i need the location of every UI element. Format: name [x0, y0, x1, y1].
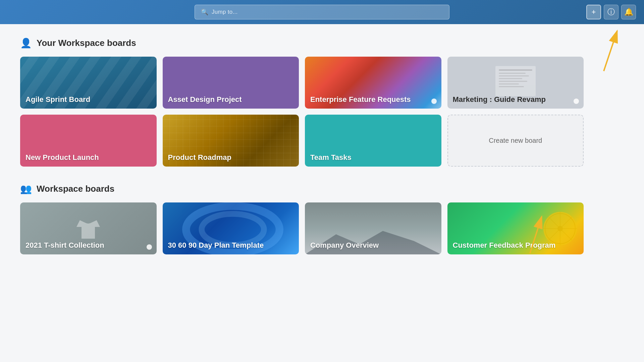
board-card-product-roadmap[interactable]: Product Roadmap [163, 115, 299, 167]
board-card-title: 2021 T-shirt Collection [20, 236, 157, 254]
card-status-dot [574, 99, 579, 104]
board-card-tshirt[interactable]: 2021 T-shirt Collection [20, 202, 157, 254]
workspace-board-grid: Agile Sprint Board Asset Design Project … [20, 57, 584, 167]
board-card-title: 30 60 90 Day Plan Template [163, 236, 299, 254]
search-icon: 🔍 [201, 8, 208, 16]
workspace-icon: 👤 [20, 38, 32, 49]
board-card-title: Customer Feedback Program [447, 236, 584, 254]
card-status-dot [147, 244, 152, 250]
board-card-marketing-guide[interactable]: Marketing : Guide Revamp [447, 57, 584, 109]
main-content: 👤 Your Workspace boards Agile Sprint Boa… [0, 24, 604, 285]
header-actions: + ⓘ 🔔 [586, 5, 636, 19]
bell-icon: 🔔 [624, 8, 633, 16]
plus-icon: + [592, 8, 596, 16]
svg-rect-6 [499, 78, 522, 79]
workspace-boards-grid: 2021 T-shirt Collection 30 60 90 Day Pla… [20, 202, 584, 254]
add-button[interactable]: + [586, 5, 601, 19]
board-card-enterprise-feature[interactable]: Enterprise Feature Requests [305, 57, 441, 109]
board-card-title: Marketing : Guide Revamp [447, 90, 584, 109]
svg-rect-9 [499, 86, 524, 87]
card-status-dot [431, 99, 437, 104]
create-board-label: Create new board [489, 137, 542, 144]
workspace-section-heading: 👤 Your Workspace boards [20, 38, 584, 49]
workspace-boards-icon: 👥 [20, 183, 32, 194]
board-card-asset-design[interactable]: Asset Design Project [163, 57, 299, 109]
info-icon: ⓘ [607, 7, 615, 17]
board-card-new-product[interactable]: New Product Launch [20, 115, 157, 167]
board-card-title: Asset Design Project [163, 90, 299, 109]
workspace-boards-heading: 👥 Workspace boards [20, 183, 584, 194]
board-card-title: Agile Sprint Board [20, 90, 157, 109]
svg-rect-8 [499, 83, 519, 84]
svg-rect-5 [499, 75, 529, 76]
search-bar[interactable]: 🔍 Jump to... [195, 5, 449, 19]
board-card-title: New Product Launch [20, 148, 157, 167]
board-card-agile-sprint[interactable]: Agile Sprint Board [20, 57, 157, 109]
board-card-title: Product Roadmap [163, 148, 299, 167]
board-card-team-tasks[interactable]: Team Tasks [305, 115, 441, 167]
notifications-button[interactable]: 🔔 [621, 5, 636, 19]
board-card-create-new[interactable]: Create new board [447, 115, 584, 167]
info-button[interactable]: ⓘ [604, 5, 619, 19]
svg-rect-7 [499, 81, 527, 82]
board-card-title: Enterprise Feature Requests [305, 90, 441, 109]
workspace-boards-section: 👥 Workspace boards 2021 T-shirt Collecti… [20, 183, 584, 254]
board-card-title: Company Overview [305, 236, 441, 254]
board-card-company-overview[interactable]: Company Overview [305, 202, 441, 254]
svg-line-1 [604, 31, 617, 71]
workspace-boards-title: Workspace boards [37, 184, 114, 194]
header: 🔍 Jump to... + ⓘ 🔔 [0, 0, 644, 24]
board-card-title: Team Tasks [305, 148, 441, 167]
svg-point-21 [557, 226, 563, 231]
search-placeholder: Jump to... [212, 9, 238, 15]
svg-rect-3 [499, 69, 532, 71]
board-card-306090[interactable]: 30 60 90 Day Plan Template [163, 202, 299, 254]
svg-rect-4 [499, 73, 526, 74]
workspace-title: Your Workspace boards [37, 38, 136, 48]
board-card-customer-feedback[interactable]: Customer Feedback Program [447, 202, 584, 254]
